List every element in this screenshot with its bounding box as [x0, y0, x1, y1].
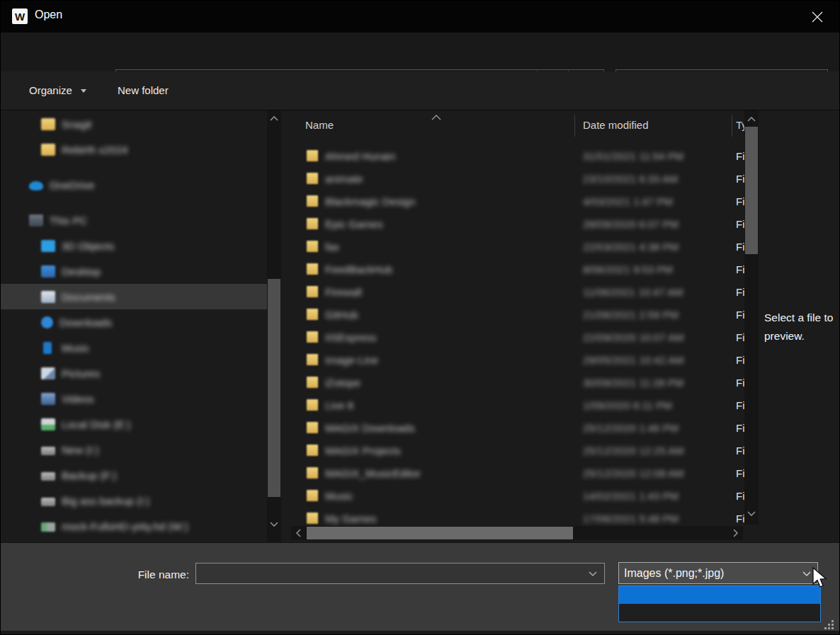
sidebar-item[interactable]: 3D Objects	[1, 233, 267, 258]
file-row[interactable]: GitHub 21/06/2021 2:59 PM File folder	[290, 303, 744, 326]
file-row[interactable]: MAGIX_MusicEditor 25/12/2020 12:08 AM Fi…	[290, 462, 744, 484]
sidebar-item[interactable]: Snagit	[1, 111, 267, 137]
horizontal-scrollbar-thumb[interactable]	[307, 527, 573, 539]
file-name-combobox[interactable]	[195, 563, 605, 584]
scroll-right-icon[interactable]	[729, 527, 743, 539]
file-date-modified: 28/09/2020 6:07 PM	[583, 218, 679, 230]
file-date-modified: 22/09/2020 10:07 AM	[583, 331, 684, 343]
sidebar-item[interactable]: Backup (F:)	[1, 462, 267, 488]
sidebar-item-icon	[41, 316, 53, 328]
file-row[interactable]: iZotope 30/09/2021 11:28 PM File folder	[290, 371, 744, 394]
scroll-up-icon[interactable]	[744, 113, 759, 125]
file-row[interactable]: Music 14/02/2021 1:43 PM File folder	[290, 484, 744, 507]
file-name: MAGIX Projects	[325, 445, 401, 457]
sidebar-item[interactable]: Local Disk (E:)	[1, 411, 267, 437]
file-row[interactable]: MAGIX Projects 25/12/2020 12:25 AM File …	[290, 439, 744, 462]
sidebar-item[interactable]: Videos	[1, 386, 267, 411]
sidebar-scrollbar[interactable]	[267, 110, 281, 542]
sidebar-item-label: Music	[62, 342, 89, 354]
sidebar-item[interactable]: OneDrive	[1, 172, 267, 198]
folder-icon	[307, 331, 318, 343]
folder-icon	[307, 286, 318, 297]
file-date-modified: 30/09/2021 11:28 PM	[583, 377, 683, 389]
file-type: File folder	[736, 445, 744, 457]
list-horizontal-scrollbar[interactable]	[291, 526, 743, 540]
file-type-select[interactable]: Images (*.png;*.jpg)	[618, 562, 818, 584]
list-vertical-scrollbar[interactable]	[744, 110, 759, 525]
sidebar-item[interactable]: This PC	[1, 207, 267, 233]
sidebar-item[interactable]: Downloads	[1, 309, 267, 335]
sidebar-item-icon	[41, 367, 55, 379]
list-scrollbar-thumb[interactable]	[745, 127, 758, 254]
titlebar: W Open	[1, 1, 839, 33]
file-row[interactable]: Live 8 1/09/2020 6:11 PM File folder	[290, 394, 744, 416]
sidebar-item-icon	[29, 214, 43, 227]
file-date-modified: 29/05/2021 10:42 AM	[583, 354, 684, 366]
organize-caret-icon	[81, 89, 86, 93]
file-row[interactable]: Blackmagic Design 4/03/2021 1:47 PM File…	[290, 190, 744, 212]
dialog-content: Snagit Rebirth x2024 OneDrive This PC 3D…	[1, 110, 839, 542]
sidebar-item-icon	[41, 291, 55, 303]
file-row[interactable]: MAGIX Downloads 25/12/2020 1:46 PM File …	[290, 416, 744, 439]
file-row[interactable]: FeedBackHub 8/06/2021 9:53 PM File folde…	[290, 258, 744, 280]
sidebar-item[interactable]: Rebirth x2024	[1, 137, 267, 162]
file-name: My Games	[325, 513, 377, 525]
folder-icon	[307, 377, 318, 388]
file-type-option[interactable]	[619, 586, 820, 604]
column-header-date-modified[interactable]: Date modified	[583, 119, 649, 131]
sidebar-item-label: Desktop	[62, 265, 101, 278]
folder-icon	[307, 218, 318, 229]
sidebar-item-label: Snagit	[62, 118, 92, 130]
scroll-left-icon[interactable]	[291, 527, 305, 539]
folder-icon	[307, 399, 318, 411]
organize-button[interactable]: Organize	[29, 84, 86, 96]
column-header-name[interactable]: Name	[305, 119, 334, 131]
sidebar-item-label: Pictures	[62, 367, 100, 379]
file-name: iZotope	[325, 377, 361, 389]
file-type-option[interactable]	[619, 604, 820, 622]
folder-icon	[307, 354, 318, 365]
folder-icon	[307, 422, 318, 433]
sidebar-item[interactable]: New (I:)	[1, 437, 267, 462]
sidebar-item[interactable]: Big ass backup (I:)	[1, 488, 267, 513]
file-date-modified: 17/06/2021 5:48 PM	[583, 513, 679, 525]
sidebar-item-label: This PC	[50, 214, 87, 227]
file-type: File folder	[736, 286, 744, 298]
scroll-down-icon[interactable]	[744, 508, 759, 520]
sidebar-item-icon	[41, 418, 55, 430]
list-header: Name Date modified Type	[290, 113, 744, 139]
open-dialog: W Open ← → ↑ › This PC › Documents	[0, 0, 840, 635]
scroll-up-icon[interactable]	[267, 112, 281, 125]
file-row[interactable]: Firewall 11/06/2021 10:47 AM File folder	[290, 280, 744, 303]
resize-grip-icon[interactable]	[824, 619, 834, 629]
file-type: File folder	[736, 263, 744, 275]
navigation-sidebar: Snagit Rebirth x2024 OneDrive This PC 3D…	[1, 110, 267, 542]
file-row[interactable]: animate 23/10/2021 6:33 AM File folder	[290, 167, 744, 190]
file-name: Epic Games	[325, 218, 383, 230]
file-name: fax	[325, 241, 339, 253]
file-name: MAGIX_MusicEditor	[325, 467, 421, 479]
sidebar-scrollbar-thumb[interactable]	[268, 279, 280, 497]
file-date-modified: 11/06/2021 10:47 AM	[583, 286, 683, 298]
sidebar-item-icon	[43, 342, 52, 354]
new-folder-button[interactable]: New folder	[118, 84, 169, 96]
file-row[interactable]: fax 22/03/2021 4:38 PM File folder	[290, 235, 744, 258]
file-row[interactable]: Ahmed Hunain 31/01/2021 11:54 PM File fo…	[290, 144, 744, 167]
sidebar-item[interactable]: Music	[1, 335, 267, 360]
file-name-dropdown-icon[interactable]	[589, 571, 597, 577]
file-row[interactable]: My Games 17/06/2021 5:48 PM File folder	[290, 507, 744, 526]
sidebar-item-icon	[41, 472, 55, 481]
sidebar-item[interactable]: Desktop	[1, 258, 267, 284]
file-row[interactable]: Epic Games 28/09/2020 6:07 PM File folde…	[290, 212, 744, 235]
scroll-down-icon[interactable]	[267, 518, 281, 531]
file-date-modified: 1/09/2020 6:11 PM	[583, 399, 672, 411]
file-row[interactable]: Image-Line 29/05/2021 10:42 AM File fold…	[290, 348, 744, 371]
file-row[interactable]: IISExpress 22/09/2020 10:07 AM File fold…	[290, 326, 744, 348]
window-title: Open	[35, 8, 62, 21]
sidebar-item[interactable]: Documents	[1, 284, 267, 309]
sidebar-item[interactable]: Pictures	[1, 360, 267, 386]
navigation-bar: ← → ↑ › This PC › Documents ›	[1, 33, 839, 71]
file-name-input[interactable]	[199, 564, 581, 583]
close-button[interactable]	[807, 6, 828, 28]
sidebar-item[interactable]: mock-FullsHD-yt4y.hd (W:)	[1, 513, 267, 539]
